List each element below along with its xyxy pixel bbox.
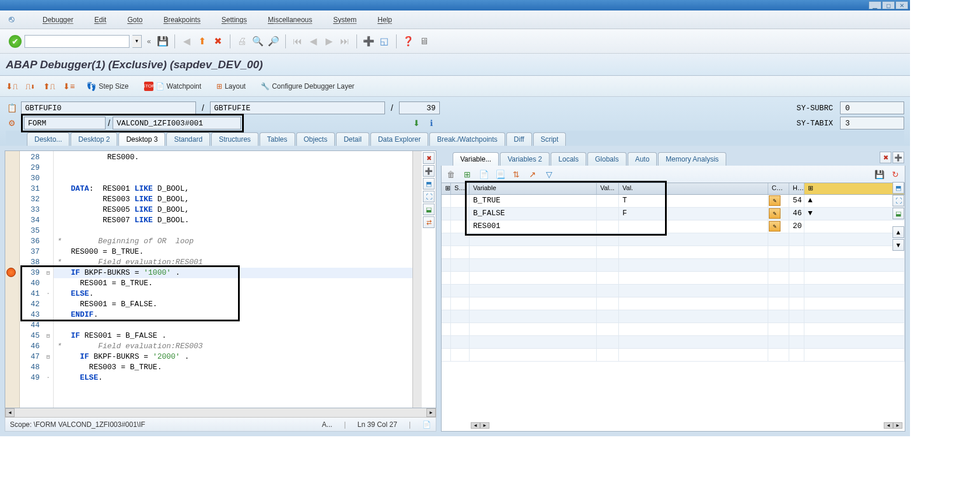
variable-row[interactable] — [442, 272, 905, 285]
find-next-icon[interactable]: 🔎 — [267, 35, 280, 48]
main-tab-0[interactable]: Deskto... — [27, 132, 69, 146]
step-size-button[interactable]: 👣 Step Size — [83, 80, 132, 92]
program-icon[interactable]: 📋 — [6, 102, 18, 114]
variable-table[interactable]: ⊞ Stat. Variable Val... Val. Ch... He ⊞ … — [441, 183, 905, 432]
minimize-button[interactable]: ▁ — [869, 1, 881, 9]
new-tab-icon[interactable]: ➕ — [423, 165, 435, 177]
print-icon[interactable]: 🖨 — [236, 35, 249, 48]
program-field[interactable]: GBTFUFI0 — [21, 101, 196, 114]
main-tab-6[interactable]: Objects — [296, 132, 335, 146]
var-tab-3[interactable]: Globals — [587, 152, 626, 166]
var-tab-0[interactable]: Variable... — [453, 152, 499, 166]
info-icon[interactable]: ℹ — [426, 117, 438, 129]
var-hscroll[interactable]: ◄► — [471, 422, 489, 429]
var-tab-5[interactable]: Memory Analysis — [658, 152, 726, 166]
continue-icon[interactable]: ⬇≡ — [63, 82, 75, 91]
command-field[interactable] — [24, 35, 130, 48]
main-tab-7[interactable]: Detail — [336, 132, 369, 146]
select-all-icon[interactable]: ⊞ — [442, 183, 451, 194]
var-new-icon[interactable]: ➕ — [892, 152, 904, 163]
menu-system[interactable]: System — [323, 16, 367, 24]
last-page-icon[interactable]: ⏭ — [338, 35, 351, 48]
first-page-icon[interactable]: ⏮ — [291, 35, 304, 48]
new-session-icon[interactable]: ➕ — [362, 35, 375, 48]
variable-row[interactable] — [442, 323, 905, 336]
app-menu-icon[interactable]: ⎋ — [9, 14, 20, 26]
variable-row[interactable]: RES001✎20 — [442, 220, 905, 233]
menu-breakpoints[interactable]: Breakpoints — [153, 16, 211, 24]
next-page-icon[interactable]: ▶ — [323, 35, 335, 48]
close-button[interactable]: ✕ — [895, 1, 908, 9]
main-tab-1[interactable]: Desktop 2 — [71, 132, 117, 146]
cancel-icon[interactable]: ✖ — [212, 35, 225, 48]
var-close-panel-icon[interactable]: ✖ — [880, 152, 891, 163]
edit-pencil-icon[interactable]: ✎ — [769, 195, 780, 206]
menu-debugger[interactable]: Debugger — [32, 16, 84, 24]
layout-icon[interactable]: 🖥 — [418, 35, 430, 48]
save-variant-icon[interactable]: 💾 — [873, 169, 885, 180]
edit-pencil-icon[interactable]: ✎ — [769, 221, 780, 232]
transfer-icon[interactable]: ↗ — [527, 169, 538, 180]
close-panel-icon[interactable]: ✖ — [423, 152, 435, 164]
var-tab-4[interactable]: Auto — [628, 152, 657, 166]
find-icon[interactable]: 🔍 — [251, 35, 264, 48]
code-vscroll[interactable] — [412, 151, 422, 408]
help-icon[interactable]: ❓ — [402, 35, 415, 48]
gutter[interactable] — [5, 151, 20, 408]
configure-layer-button[interactable]: 🔧 Configure Debugger Layer — [257, 81, 358, 92]
code-content[interactable]: RES000. DATA: RES001 LIKE D_BOOL, RES003… — [54, 151, 412, 408]
include-field[interactable]: GBTFUFIE — [210, 101, 385, 114]
col-variable[interactable]: Variable — [470, 183, 597, 194]
doc-minus-icon[interactable]: 📃 — [494, 169, 506, 180]
col-valtype[interactable]: Val... — [597, 183, 619, 194]
table-icon[interactable]: ⊞ — [461, 169, 473, 180]
var-tab-2[interactable]: Locals — [551, 152, 586, 166]
expand-icon[interactable]: ⛶ — [423, 191, 435, 202]
watchpoint-button[interactable]: STOP 📄 Watchpoint — [141, 80, 205, 92]
main-tab-8[interactable]: Data Explorer — [370, 132, 428, 146]
menu-edit[interactable]: Edit — [84, 16, 117, 24]
variable-row[interactable] — [442, 297, 905, 310]
main-tab-9[interactable]: Break./Watchpoints — [429, 132, 505, 146]
var-add-panel-icon[interactable]: ⬒ — [892, 182, 904, 194]
dock-icon[interactable]: ⬓ — [423, 204, 435, 215]
back-chevron-icon[interactable]: « — [145, 37, 153, 45]
add-panel-icon[interactable]: ⬒ — [423, 178, 435, 190]
col-config-icon[interactable]: ⊞ — [804, 183, 905, 194]
variable-row[interactable]: B_FALSEF✎46▼ — [442, 208, 905, 220]
shortcut-icon[interactable]: ◱ — [378, 35, 391, 48]
main-tab-10[interactable]: Diff — [506, 132, 532, 146]
line-field[interactable]: 39 — [399, 101, 440, 114]
col-hex[interactable]: He — [789, 183, 804, 194]
goto-statement-icon[interactable]: ⬇ — [411, 117, 422, 129]
var-expand-icon[interactable]: ⛶ — [892, 195, 904, 206]
code-hscroll[interactable]: ◄► — [5, 408, 436, 418]
event-name-field[interactable]: VALCOND_1ZFI003#001 — [113, 117, 241, 129]
variable-row[interactable] — [442, 336, 905, 349]
step-over-icon[interactable]: ⎍⬇ — [26, 82, 35, 91]
prev-page-icon[interactable]: ◀ — [307, 35, 320, 48]
event-type-field[interactable]: FORM — [24, 117, 106, 129]
delete-var-icon[interactable]: 🗑 — [445, 169, 457, 180]
layout-button[interactable]: ⊞ Layout — [213, 81, 249, 92]
variable-row[interactable] — [442, 233, 905, 246]
col-val[interactable]: Val. — [619, 183, 768, 194]
var-nav-up-icon[interactable]: ▲ — [892, 226, 904, 238]
status-doc-icon[interactable]: 📄 — [422, 421, 431, 429]
maximize-button[interactable]: ◻ — [882, 1, 895, 9]
variable-row[interactable]: B_TRUET✎54▲ — [442, 195, 905, 208]
var-tab-1[interactable]: Variables 2 — [500, 152, 550, 166]
save-icon[interactable]: 💾 — [156, 35, 169, 48]
back-icon[interactable]: ◀ — [180, 35, 193, 48]
code-editor[interactable]: 2829303132333435363738394041424344454647… — [5, 150, 436, 408]
main-tab-2[interactable]: Desktop 3 — [118, 132, 165, 146]
menu-settings[interactable]: Settings — [211, 16, 257, 24]
refresh-icon[interactable]: ↻ — [890, 169, 901, 180]
main-tab-5[interactable]: Tables — [260, 132, 295, 146]
menu-help[interactable]: Help — [367, 16, 402, 24]
var-dock-icon[interactable]: ⬓ — [892, 208, 904, 219]
exit-icon[interactable]: ⬆ — [196, 35, 209, 48]
variable-row[interactable] — [442, 285, 905, 297]
sort-icon[interactable]: ⇅ — [510, 169, 522, 180]
main-tab-4[interactable]: Structures — [211, 132, 258, 146]
